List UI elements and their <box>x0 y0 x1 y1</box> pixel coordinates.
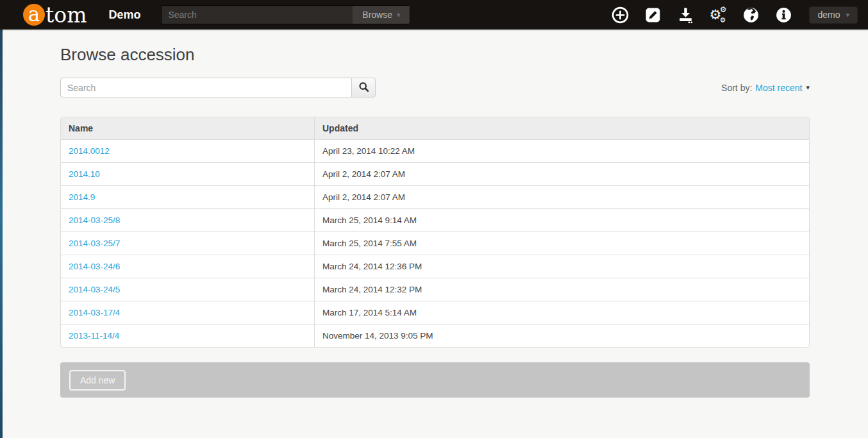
column-header-name: Name <box>61 117 314 140</box>
updated-cell: March 24, 2014 12:32 PM <box>314 278 809 301</box>
accession-link[interactable]: 2014.0012 <box>69 146 110 156</box>
accession-search-button[interactable] <box>351 78 376 97</box>
import-button[interactable] <box>676 6 694 24</box>
left-accent-strip <box>0 29 3 438</box>
table-row: 2014.10 April 2, 2014 2:07 AM <box>61 163 809 186</box>
table-row: 2014-03-17/4 March 17, 2014 5:14 AM <box>61 301 809 324</box>
accession-link[interactable]: 2013-11-14/4 <box>69 331 119 341</box>
updated-cell: April 2, 2014 2:07 AM <box>314 186 809 209</box>
accession-link[interactable]: 2014.9 <box>69 192 95 202</box>
table-row: 2014-03-24/5 March 24, 2014 12:32 PM <box>61 278 809 301</box>
chevron-down-icon: ▾ <box>806 83 810 92</box>
table-row: 2014-03-25/8 March 25, 2014 9:14 AM <box>61 209 809 232</box>
atom-logo-a: a <box>23 4 45 26</box>
updated-cell: March 24, 2014 12:36 PM <box>314 255 809 278</box>
info-icon <box>775 6 792 24</box>
add-new-button[interactable]: Add new <box>69 370 126 391</box>
admin-button[interactable]: ⚙⚙⚙ <box>709 6 727 24</box>
updated-cell: March 25, 2014 9:14 AM <box>314 209 809 232</box>
header-search-input[interactable] <box>162 6 353 24</box>
accession-table: Name Updated 2014.0012 April 23, 2014 10… <box>60 117 810 348</box>
accession-link[interactable]: 2014.10 <box>69 169 100 179</box>
quick-links-button[interactable] <box>774 6 792 24</box>
search-row: Sort by: Most recent ▾ <box>60 78 810 97</box>
download-icon <box>677 6 694 24</box>
atom-logo[interactable]: atom <box>23 4 87 26</box>
plus-circle-icon <box>612 6 629 24</box>
accession-link[interactable]: 2014-03-25/7 <box>69 239 120 248</box>
header-icon-menu: ⚙⚙⚙ <box>611 6 792 24</box>
accession-link[interactable]: 2014-03-24/5 <box>69 285 120 294</box>
sort-control: Sort by: Most recent ▾ <box>721 83 810 93</box>
table-row: 2013-11-14/4 November 14, 2013 9:05 PM <box>61 324 809 347</box>
table-row: 2014-03-25/7 March 25, 2014 7:55 AM <box>61 232 809 255</box>
pencil-icon <box>644 6 662 24</box>
updated-cell: March 17, 2014 5:14 AM <box>314 301 809 324</box>
table-row: 2014.0012 April 23, 2014 10:22 AM <box>61 140 809 163</box>
header-search: Browse ▾ <box>161 5 410 24</box>
accession-search <box>60 78 376 97</box>
user-menu-button[interactable]: demo ▾ <box>809 6 858 24</box>
accession-link[interactable]: 2014-03-25/8 <box>69 215 120 225</box>
updated-cell: April 23, 2014 10:22 AM <box>314 140 809 163</box>
header-browse-button[interactable]: Browse ▾ <box>353 6 410 24</box>
accession-search-input[interactable] <box>60 78 352 97</box>
top-bar: atom Demo Browse ▾ <box>0 0 868 29</box>
language-button[interactable] <box>742 6 760 24</box>
page-title: Browse accession <box>60 29 810 65</box>
browse-label: Browse <box>362 10 392 20</box>
accession-table-body: 2014.0012 April 23, 2014 10:22 AM 2014.1… <box>61 140 809 347</box>
site-title[interactable]: Demo <box>108 8 140 22</box>
atom-logo-text: tom <box>46 4 87 26</box>
sort-label: Sort by: <box>721 83 752 93</box>
accession-link[interactable]: 2014-03-17/4 <box>69 308 120 317</box>
search-icon <box>358 81 369 94</box>
add-button[interactable] <box>611 6 629 24</box>
chevron-down-icon: ▾ <box>846 11 849 19</box>
table-header-row: Name Updated <box>61 117 809 140</box>
updated-cell: April 2, 2014 2:07 AM <box>314 163 809 186</box>
gears-icon: ⚙⚙⚙ <box>709 6 727 24</box>
sort-dropdown[interactable]: Most recent ▾ <box>755 83 810 93</box>
updated-cell: March 25, 2014 7:55 AM <box>314 232 809 255</box>
globe-icon <box>742 6 760 24</box>
actions-bar: Add new <box>60 362 810 398</box>
edit-button[interactable] <box>644 6 662 24</box>
sort-value: Most recent <box>755 83 802 93</box>
chevron-down-icon: ▾ <box>397 11 401 19</box>
updated-cell: November 14, 2013 9:05 PM <box>314 324 809 347</box>
main-content: Browse accession Sort by: Most recent ▾ <box>60 29 810 398</box>
user-menu-label: demo <box>817 10 840 20</box>
column-header-updated: Updated <box>314 117 809 140</box>
table-row: 2014-03-24/6 March 24, 2014 12:36 PM <box>61 255 809 278</box>
table-row: 2014.9 April 2, 2014 2:07 AM <box>61 186 809 209</box>
accession-link[interactable]: 2014-03-24/6 <box>69 262 120 271</box>
